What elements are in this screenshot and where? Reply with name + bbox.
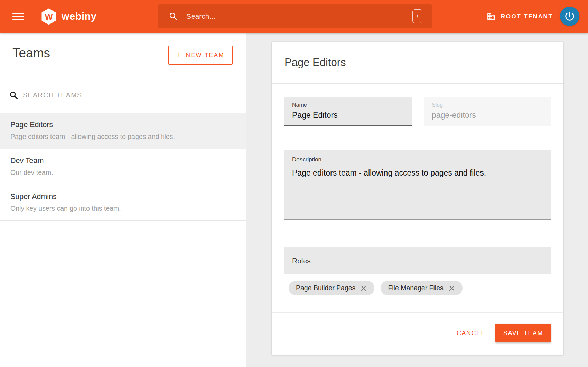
webiny-logo[interactable]: W webiny [41,0,96,33]
description-field[interactable]: Description Page editors team - allowing… [284,150,551,220]
role-chip-label: File Manager Files [388,284,443,292]
form-header: Page Editors [272,42,563,84]
plus-icon: + [177,50,181,60]
app-root: W webiny Search... / ROOT TENANT [0,0,588,367]
building-icon [487,12,496,21]
slug-value: page-editors [432,111,476,120]
description-label: Description [292,156,321,163]
power-icon [564,10,576,22]
roles-field[interactable]: Roles [284,247,551,274]
slug-field: Slug page-editors [424,97,551,126]
team-description: Our dev team. [10,169,235,177]
avatar[interactable] [560,7,579,26]
slash-shortcut-badge: / [412,9,422,23]
team-description: Page editors team - allowing access to p… [10,133,235,141]
menu-icon[interactable] [12,13,24,20]
tenant-label: ROOT TENANT [501,13,553,20]
role-chip-label: Page Builder Pages [296,284,355,292]
team-description: Only key users can go into this team. [10,205,235,213]
name-field[interactable]: Name Page Editors [284,97,412,126]
role-chips: Page Builder Pages File Manager Files [289,281,463,295]
close-icon[interactable] [360,285,367,292]
team-list-item[interactable]: Super Admins Only key users can go into … [0,185,246,221]
roles-label: Roles [292,247,311,274]
slug-label: Slug [432,102,443,108]
global-search-placeholder: Search... [186,12,215,20]
name-value: Page Editors [292,111,338,120]
team-name: Super Admins [10,192,235,201]
save-team-button[interactable]: SAVE TEAM [495,324,551,342]
team-form-card: Page Editors Name Page Editors Slug page… [272,42,563,355]
team-name: Dev Team [10,156,235,166]
role-chip[interactable]: Page Builder Pages [289,281,374,295]
page-title: Teams [12,46,50,60]
form-title: Page Editors [284,56,346,69]
team-name: Page Editors [10,120,235,130]
webiny-wordmark: webiny [62,11,96,22]
search-icon [9,91,18,100]
team-list-item[interactable]: Page Editors Page editors team - allowin… [0,113,246,149]
team-list: Page Editors Page editors team - allowin… [0,113,246,221]
name-label: Name [292,102,307,108]
teams-panel: Teams + NEW TEAM SEARCH TEAMS Page Edito… [0,33,246,367]
description-value: Page editors team - allowing access to p… [292,168,486,178]
new-team-button-label: NEW TEAM [186,52,224,59]
teams-search-bar: SEARCH TEAMS [0,77,246,113]
new-team-button[interactable]: + NEW TEAM [168,46,233,65]
global-search-input[interactable]: Search... / [158,4,432,28]
teams-search-input[interactable]: SEARCH TEAMS [23,77,82,113]
svg-text:W: W [45,12,53,21]
close-icon[interactable] [448,285,455,292]
webiny-logo-icon: W [41,8,56,25]
footer-divider [272,312,563,313]
cancel-button[interactable]: CANCEL [457,324,485,342]
teams-panel-header: Teams + NEW TEAM [0,33,246,77]
search-icon [169,12,178,21]
content-area: Page Editors Name Page Editors Slug page… [246,33,588,367]
tenant-selector[interactable]: ROOT TENANT [487,0,553,33]
role-chip[interactable]: File Manager Files [381,281,462,295]
team-list-item[interactable]: Dev Team Our dev team. [0,149,246,185]
top-bar: W webiny Search... / ROOT TENANT [0,0,588,33]
